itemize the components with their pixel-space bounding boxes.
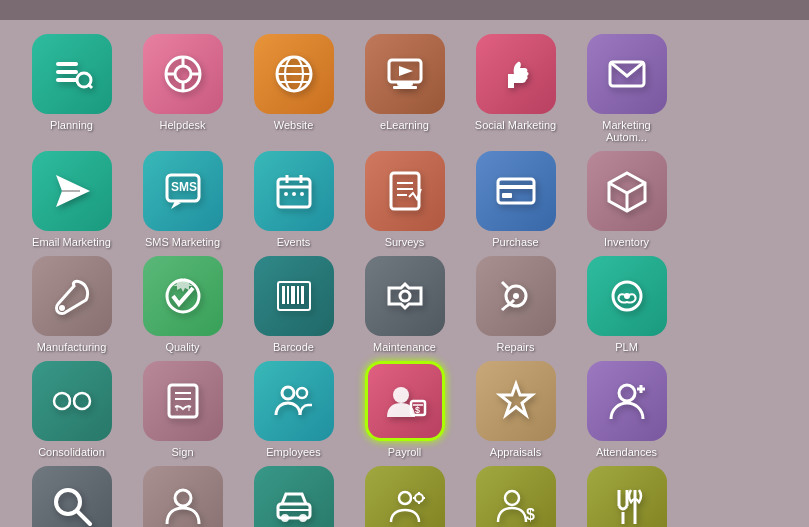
planning-label: Planning	[50, 119, 93, 131]
app-item-sign[interactable]: Sign	[131, 361, 234, 458]
app-item-unknown2[interactable]	[353, 466, 456, 527]
svg-text:SMS: SMS	[171, 180, 197, 194]
app-item-planning[interactable]: Planning	[20, 34, 123, 143]
app-item-fleet[interactable]	[242, 466, 345, 527]
app-item-maintenance[interactable]: Maintenance	[353, 256, 456, 353]
app-item-inventory[interactable]: Inventory	[575, 151, 678, 248]
app-item-plm[interactable]: PLM	[575, 256, 678, 353]
svg-marker-67	[500, 384, 532, 415]
app-item-consolidation[interactable]: Consolidation	[20, 361, 123, 458]
planning-icon	[32, 34, 112, 114]
helpdesk-icon	[143, 34, 223, 114]
email-marketing-icon	[32, 151, 112, 231]
maintenance-label: Maintenance	[373, 341, 436, 353]
sms-marketing-label: SMS Marketing	[145, 236, 220, 248]
svg-point-53	[513, 293, 519, 299]
app-item-barcode[interactable]: Barcode	[242, 256, 345, 353]
consolidation-label: Consolidation	[38, 446, 105, 458]
events-icon	[254, 151, 334, 231]
top-bar	[0, 0, 809, 20]
app-item-manufacturing[interactable]: Manufacturing	[20, 256, 123, 353]
svg-rect-0	[56, 62, 78, 66]
app-item-social-marketing[interactable]: Social Marketing	[464, 34, 567, 143]
maintenance-icon	[365, 256, 445, 336]
svg-rect-46	[287, 286, 289, 304]
svg-rect-45	[282, 286, 285, 304]
app-item-employees[interactable]: Employees	[242, 361, 345, 458]
surveys-icon	[365, 151, 445, 231]
quality-icon	[143, 256, 223, 336]
expenses-icon: $	[476, 466, 556, 527]
app-item-attendances[interactable]: Attendances	[575, 361, 678, 458]
surveys-label: Surveys	[385, 236, 425, 248]
appraisals-label: Appraisals	[490, 446, 541, 458]
helpdesk-label: Helpdesk	[160, 119, 206, 131]
svg-rect-58	[169, 385, 197, 417]
svg-rect-19	[393, 86, 417, 89]
consolidation-icon	[32, 361, 112, 441]
app-item-email-marketing[interactable]: Email Marketing	[20, 151, 123, 248]
app-item-marketing-auto[interactable]: Marketing Autom...	[575, 34, 678, 143]
app-item-repairs[interactable]: Repairs	[464, 256, 567, 353]
payroll-icon: $	[365, 361, 445, 441]
repairs-icon	[476, 256, 556, 336]
app-item-unknown1[interactable]	[131, 466, 234, 527]
unknown2-icon	[365, 466, 445, 527]
svg-point-73	[175, 490, 191, 506]
sign-icon	[143, 361, 223, 441]
sign-label: Sign	[171, 446, 193, 458]
unknown1-icon	[143, 466, 223, 527]
repairs-label: Repairs	[497, 341, 535, 353]
website-label: Website	[274, 119, 314, 131]
app-item-elearning[interactable]: eLearning	[353, 34, 456, 143]
social-marketing-icon	[476, 34, 556, 114]
events-label: Events	[277, 236, 311, 248]
payroll-label: Payroll	[388, 446, 422, 458]
app-item-lunch[interactable]	[575, 466, 678, 527]
app-item-helpdesk[interactable]: Helpdesk	[131, 34, 234, 143]
svg-point-30	[284, 192, 288, 196]
purchase-label: Purchase	[492, 236, 538, 248]
employees-icon	[254, 361, 334, 441]
app-item-quality[interactable]: Quality	[131, 256, 234, 353]
svg-rect-37	[498, 179, 534, 203]
svg-point-50	[400, 291, 410, 301]
website-icon	[254, 34, 334, 114]
employees-label: Employees	[266, 446, 320, 458]
svg-rect-39	[502, 193, 512, 198]
barcode-label: Barcode	[273, 341, 314, 353]
svg-point-32	[300, 192, 304, 196]
svg-text:$: $	[415, 405, 420, 415]
marketing-auto-icon	[587, 34, 667, 114]
app-item-appraisals[interactable]: Appraisals	[464, 361, 567, 458]
elearning-icon	[365, 34, 445, 114]
svg-point-78	[399, 492, 411, 504]
app-item-payroll[interactable]: $ Payroll	[353, 361, 456, 458]
marketing-auto-label: Marketing Autom...	[582, 119, 672, 143]
manufacturing-label: Manufacturing	[37, 341, 107, 353]
svg-rect-33	[391, 173, 419, 209]
app-item-search[interactable]	[20, 466, 123, 527]
appraisals-icon	[476, 361, 556, 441]
purchase-icon	[476, 151, 556, 231]
app-item-purchase[interactable]: Purchase	[464, 151, 567, 248]
svg-rect-49	[301, 286, 304, 304]
svg-point-84	[505, 491, 519, 505]
app-item-surveys[interactable]: Surveys	[353, 151, 456, 248]
app-item-website[interactable]: Website	[242, 34, 345, 143]
plm-icon	[587, 256, 667, 336]
sms-marketing-icon: SMS	[143, 151, 223, 231]
app-item-sms-marketing[interactable]: SMS SMS Marketing	[131, 151, 234, 248]
app-item-events[interactable]: Events	[242, 151, 345, 248]
svg-point-42	[59, 305, 65, 311]
email-marketing-label: Email Marketing	[32, 236, 111, 248]
svg-point-68	[619, 385, 635, 401]
app-item-expenses[interactable]: $	[464, 466, 567, 527]
inventory-icon	[587, 151, 667, 231]
svg-line-52	[502, 282, 508, 288]
inventory-label: Inventory	[604, 236, 649, 248]
svg-point-31	[292, 192, 296, 196]
svg-marker-17	[399, 66, 413, 76]
svg-rect-47	[291, 286, 295, 304]
quality-label: Quality	[165, 341, 199, 353]
